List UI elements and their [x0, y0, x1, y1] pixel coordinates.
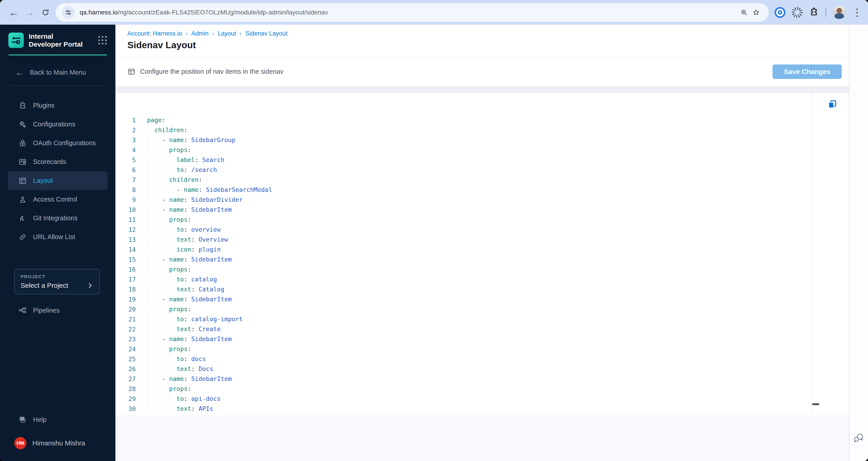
- sidebar-item-scorecards[interactable]: Scorecards: [8, 153, 107, 171]
- code-line[interactable]: 17 to: catalog: [115, 274, 849, 284]
- user-menu[interactable]: HM Himanshu Mishra: [8, 434, 107, 452]
- sidebar-item-label: Configurations: [33, 121, 75, 128]
- breadcrumb-separator: ›: [186, 30, 188, 37]
- sidebar-item-help[interactable]: ? Help: [8, 410, 107, 429]
- line-content: props:: [136, 304, 849, 314]
- extensions-puzzle-icon[interactable]: [809, 7, 819, 18]
- project-selector[interactable]: PROJECT Select a Project: [14, 269, 100, 294]
- sidebar-item-configurations[interactable]: Configurations: [8, 115, 107, 134]
- toolbar-divider: [825, 8, 826, 17]
- line-number: 8: [115, 187, 136, 193]
- browser-menu-icon[interactable]: ⋮: [852, 7, 862, 18]
- line-number: 29: [115, 395, 136, 402]
- code-line[interactable]: 30 text: APIs: [115, 404, 849, 414]
- sidebar-item-layout[interactable]: Layout: [8, 171, 107, 190]
- code-line[interactable]: 2 children:: [115, 125, 849, 135]
- line-number: 1: [115, 117, 136, 124]
- code-line[interactable]: 8 - name: SidebarSearchModal: [115, 185, 849, 195]
- line-content: children:: [136, 175, 849, 185]
- code-line[interactable]: 6 to: /search: [115, 165, 849, 175]
- code-line[interactable]: 4 props:: [115, 145, 849, 155]
- line-content: props:: [136, 344, 849, 354]
- sidebar-item-oauth-configurations[interactable]: OAuth Configurations: [8, 134, 107, 153]
- breadcrumb-item[interactable]: Layout: [218, 30, 236, 37]
- config-toolbar: Configure the position of nav items in t…: [115, 57, 849, 86]
- person-icon: [18, 195, 27, 204]
- back-label: Back to Main Menu: [30, 69, 86, 76]
- line-content: text: Create: [136, 324, 849, 334]
- copy-icon[interactable]: [827, 99, 838, 110]
- code-line[interactable]: 3 - name: SidebarGroup: [115, 135, 849, 145]
- app-grid-icon[interactable]: [98, 36, 107, 44]
- code-line[interactable]: 10 - name: SidebarItem: [115, 205, 849, 215]
- line-number: 23: [115, 336, 136, 343]
- code-line[interactable]: 18 text: Catalog: [115, 284, 849, 294]
- code-line[interactable]: 16 props:: [115, 264, 849, 274]
- breadcrumb-item[interactable]: Account: Harness.io: [127, 30, 182, 37]
- line-content: to: overview: [136, 225, 849, 235]
- code-line[interactable]: 15 - name: SidebarItem: [115, 255, 849, 264]
- code-line[interactable]: 9 - name: SidebarDivider: [115, 195, 849, 205]
- code-line[interactable]: 12 to: overview: [115, 225, 849, 235]
- loading-extension-icon[interactable]: [792, 7, 803, 18]
- sidebar-item-git-integrations[interactable]: Git Integrations: [8, 209, 107, 228]
- code-line[interactable]: 21 to: catalog-import: [115, 314, 849, 324]
- editor-scrollbar[interactable]: [811, 93, 812, 415]
- zoom-in-icon[interactable]: [738, 6, 750, 19]
- yaml-editor[interactable]: 1page:2 children:3 - name: SidebarGroup4…: [115, 93, 849, 415]
- back-arrow-icon: ←: [15, 68, 25, 77]
- pipelines-icon: [18, 306, 27, 315]
- code-line[interactable]: 28 props:: [115, 384, 849, 394]
- sidebar-item-pipelines[interactable]: Pipelines: [8, 301, 107, 320]
- code-line[interactable]: 23 - name: SidebarItem: [115, 334, 849, 344]
- page-title: Sidenav Layout: [127, 40, 849, 51]
- breadcrumb-item[interactable]: Admin: [191, 30, 209, 37]
- layout-icon: [18, 176, 27, 185]
- code-line[interactable]: 20 props:: [115, 304, 849, 314]
- sidebar-item-url-allow-list[interactable]: URL Allow List: [8, 228, 107, 246]
- sidebar-item-access-control[interactable]: Access Control: [8, 190, 107, 209]
- code-line[interactable]: 13 text: Overview: [115, 235, 849, 244]
- line-content: text: APIs: [136, 404, 849, 414]
- line-content: - name: SidebarItem: [136, 205, 849, 215]
- code-lines: 1page:2 children:3 - name: SidebarGroup4…: [115, 115, 849, 414]
- save-changes-button[interactable]: Save Changes: [773, 64, 842, 79]
- code-line[interactable]: 7 children:: [115, 175, 849, 185]
- code-line[interactable]: 14 icon: plugin: [115, 244, 849, 255]
- code-line[interactable]: 19 - name: SidebarItem: [115, 294, 849, 304]
- code-line[interactable]: 27 - name: SidebarItem: [115, 374, 849, 384]
- browser-reload-button[interactable]: [37, 4, 53, 20]
- code-line[interactable]: 26 text: Docs: [115, 364, 849, 374]
- line-content: - name: SidebarItem: [136, 294, 849, 304]
- line-content: - name: SidebarSearchModal: [136, 185, 849, 195]
- breadcrumb-separator: ›: [212, 30, 214, 37]
- chat-bubbles-icon[interactable]: [852, 432, 865, 444]
- url-text[interactable]: qa.harness.io/ng/account/zEaak-FLS425IEO…: [80, 9, 738, 16]
- password-manager-extension-icon[interactable]: [775, 7, 785, 18]
- line-content: props:: [136, 384, 849, 394]
- code-line[interactable]: 22 text: Create: [115, 324, 849, 334]
- line-number: 12: [115, 226, 136, 233]
- site-controls-icon[interactable]: [62, 6, 75, 19]
- line-content: to: catalog: [136, 274, 849, 284]
- breadcrumb-separator: ›: [240, 30, 242, 37]
- code-line[interactable]: 24 props:: [115, 344, 849, 354]
- browser-forward-button[interactable]: →: [22, 4, 37, 20]
- browser-profile-avatar[interactable]: [833, 6, 846, 19]
- code-line[interactable]: 1page:: [115, 115, 849, 125]
- code-line[interactable]: 11 props:: [115, 215, 849, 225]
- help-label: Help: [33, 416, 46, 423]
- browser-back-button[interactable]: ←: [6, 4, 22, 20]
- line-number: 3: [115, 137, 136, 144]
- line-content: props:: [136, 264, 849, 274]
- line-number: 9: [115, 196, 136, 203]
- code-line[interactable]: 29 to: api-docs: [115, 394, 849, 404]
- code-line[interactable]: 25 to: docs: [115, 354, 849, 364]
- address-bar[interactable]: qa.harness.io/ng/account/zEaak-FLS425IEO…: [56, 3, 769, 22]
- back-to-main-menu[interactable]: ← Back to Main Menu: [0, 65, 115, 79]
- code-line[interactable]: 5 label: Search: [115, 155, 849, 165]
- breadcrumb-item[interactable]: Sidenav Layout: [245, 30, 287, 37]
- bookmark-star-icon[interactable]: [750, 6, 762, 19]
- line-number: 17: [115, 276, 136, 283]
- sidebar-item-plugins[interactable]: Plugins: [8, 96, 107, 115]
